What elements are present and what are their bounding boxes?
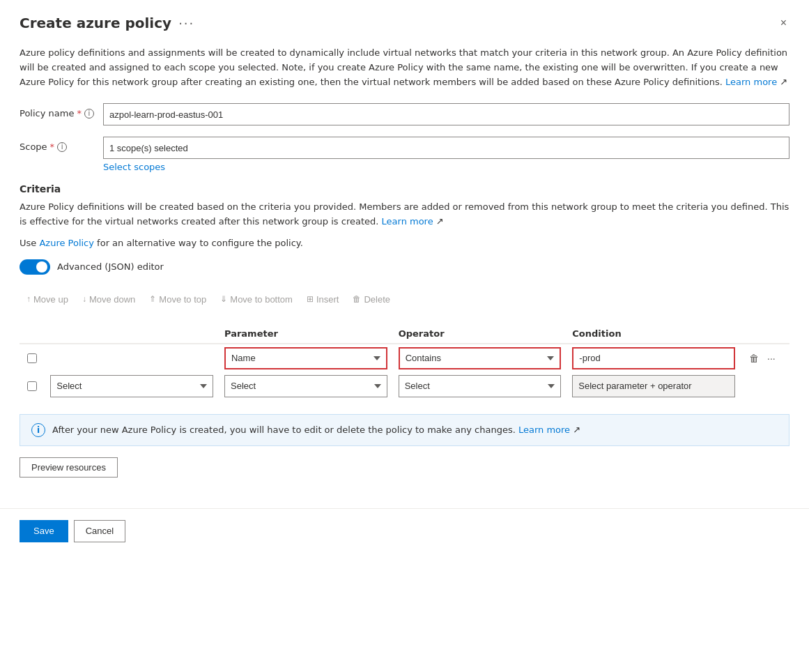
azure-policy-line: Use Azure Policy for an alternative way … xyxy=(20,238,789,248)
row1-operator-cell: Contains xyxy=(393,344,567,372)
dialog-header: Create azure policy ··· × xyxy=(0,0,809,39)
delete-icon: 🗑 xyxy=(353,294,361,304)
row1-condition-cell xyxy=(567,344,741,372)
learn-more-link-1[interactable]: Learn more xyxy=(725,77,777,87)
row1-condition-input[interactable] xyxy=(572,347,735,369)
cancel-button[interactable]: Cancel xyxy=(74,520,125,542)
criteria-toolbar: ↑ Move up ↓ Move down ⇑ Move to top ⇓ Mo… xyxy=(20,289,789,310)
advanced-json-toggle[interactable] xyxy=(20,259,50,275)
row1-delete-button[interactable]: 🗑 xyxy=(746,351,762,365)
table-row: Select Select Select Select p xyxy=(20,372,789,400)
row2-operator-select[interactable]: Select xyxy=(399,375,562,397)
move-up-icon: ↑ xyxy=(26,294,31,304)
row2-check-cell xyxy=(20,372,45,400)
col-action-header xyxy=(741,324,789,344)
dialog-body: Azure policy definitions and assignments… xyxy=(0,39,809,508)
select-scopes-link[interactable]: Select scopes xyxy=(103,162,789,172)
row1-parameter-select[interactable]: Name xyxy=(224,347,387,369)
policy-name-info-icon[interactable]: i xyxy=(84,109,94,119)
col-operator-header: Operator xyxy=(393,324,567,344)
move-to-bottom-button[interactable]: ⇓ Move to bottom xyxy=(213,291,300,307)
dialog-title: Create azure policy xyxy=(20,15,171,31)
row2-checkbox[interactable] xyxy=(27,381,37,391)
row1-check-cell xyxy=(20,344,45,372)
move-up-button[interactable]: ↑ Move up xyxy=(20,291,75,307)
scope-input-wrapper: Select scopes xyxy=(103,137,789,172)
azure-policy-link[interactable]: Azure Policy xyxy=(39,238,94,248)
row1-checkbox[interactable] xyxy=(27,353,37,363)
row1-more-button[interactable]: ··· xyxy=(764,351,778,365)
col-check-header xyxy=(20,324,45,344)
select-param-op-button[interactable]: Select parameter + operator xyxy=(572,375,735,397)
delete-button[interactable]: 🗑 Delete xyxy=(346,291,397,307)
policy-name-label: Policy name * i xyxy=(20,103,103,119)
row1-operator-select[interactable]: Contains xyxy=(399,347,562,369)
criteria-section-title: Criteria xyxy=(20,183,789,194)
scope-required: * xyxy=(50,142,55,152)
create-azure-policy-dialog: Create azure policy ··· × Azure policy d… xyxy=(0,0,809,672)
scope-input[interactable] xyxy=(103,137,789,159)
dialog-title-row: Create azure policy ··· xyxy=(20,15,194,31)
row2-action-cell xyxy=(741,372,789,400)
policy-name-input[interactable] xyxy=(103,103,789,125)
move-to-bottom-icon: ⇓ xyxy=(220,294,227,304)
row2-condition-cell: Select parameter + operator xyxy=(567,372,741,400)
dialog-title-dots: ··· xyxy=(178,16,194,31)
move-down-button[interactable]: ↓ Move down xyxy=(75,291,142,307)
scope-row: Scope * i Select scopes xyxy=(20,137,789,172)
move-to-top-icon: ⇑ xyxy=(149,294,156,304)
row1-actions: 🗑 ··· xyxy=(746,351,784,365)
info-banner: i After your new Azure Policy is created… xyxy=(20,414,789,446)
row2-operator-cell: Select xyxy=(393,372,567,400)
col-parameter-header: Parameter xyxy=(219,324,393,344)
info-banner-learn-more-link[interactable]: Learn more xyxy=(518,425,570,435)
insert-button[interactable]: ⊞ Insert xyxy=(300,291,346,307)
row1-select1-cell xyxy=(45,344,219,372)
dialog-footer: Save Cancel xyxy=(0,508,809,553)
save-button[interactable]: Save xyxy=(20,520,68,542)
col-select1-header xyxy=(45,324,219,344)
row2-parameter-select[interactable]: Select xyxy=(224,375,387,397)
table-row: Name Contains 🗑 ··· xyxy=(20,344,789,372)
scope-info-icon[interactable]: i xyxy=(57,142,67,152)
row2-select1[interactable]: Select xyxy=(50,375,213,397)
criteria-learn-more-link[interactable]: Learn more xyxy=(382,216,433,227)
row2-select1-cell: Select xyxy=(45,372,219,400)
criteria-description: Azure Policy definitions will be created… xyxy=(20,200,789,229)
table-header-row: Parameter Operator Condition xyxy=(20,324,789,344)
row2-parameter-cell: Select xyxy=(219,372,393,400)
toggle-label: Advanced (JSON) editor xyxy=(57,261,164,272)
policy-name-required: * xyxy=(77,108,82,119)
toggle-row: Advanced (JSON) editor xyxy=(20,259,789,275)
move-to-top-button[interactable]: ⇑ Move to top xyxy=(142,291,213,307)
row1-parameter-cell: Name xyxy=(219,344,393,372)
col-condition-header: Condition xyxy=(567,324,741,344)
info-banner-icon: i xyxy=(31,423,45,437)
row1-action-cell: 🗑 ··· xyxy=(741,344,789,372)
criteria-table: Parameter Operator Condition xyxy=(20,324,789,400)
close-button[interactable]: × xyxy=(778,14,789,32)
insert-icon: ⊞ xyxy=(307,294,314,304)
policy-name-row: Policy name * i xyxy=(20,103,789,125)
info-banner-text: After your new Azure Policy is created, … xyxy=(52,423,580,437)
scope-label: Scope * i xyxy=(20,137,103,152)
intro-text: Azure policy definitions and assignments… xyxy=(20,46,789,89)
move-down-icon: ↓ xyxy=(82,294,86,304)
preview-resources-button[interactable]: Preview resources xyxy=(20,457,118,478)
